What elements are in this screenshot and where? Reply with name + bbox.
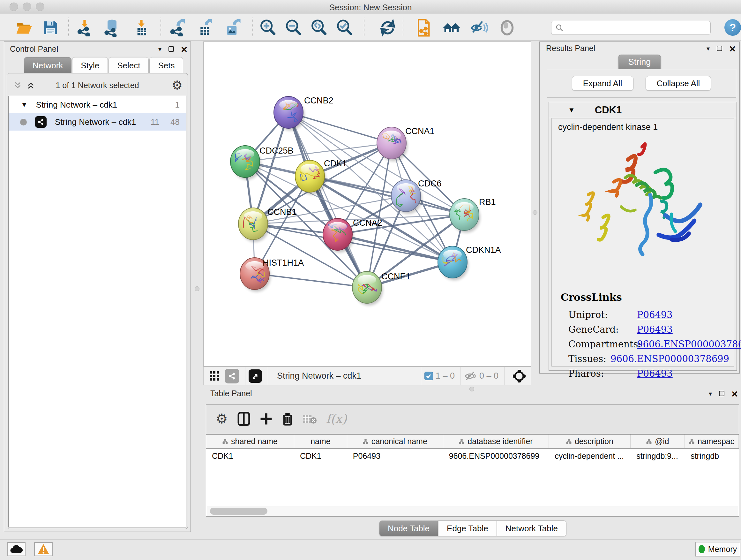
zoom-fit-button[interactable] <box>310 18 328 37</box>
collapse-triangle-icon[interactable]: ▼ <box>568 106 575 114</box>
crosslink-link[interactable]: P06493 <box>637 368 673 379</box>
show-columns-icon[interactable] <box>238 412 250 426</box>
node-gloss <box>236 149 254 159</box>
tab-edge-table[interactable]: Edge Table <box>438 520 497 537</box>
float-panel-icon[interactable] <box>719 391 724 396</box>
table-row[interactable]: CDK1CDK1P064939606.ENSP00000378699cyclin… <box>206 449 739 463</box>
column-header-database-identifier[interactable]: database identifier <box>443 435 549 448</box>
warning-status-button[interactable] <box>34 542 53 556</box>
export-network-button[interactable] <box>169 18 187 37</box>
network-row-selected[interactable]: String Network – cdk1 11 48 <box>9 113 186 131</box>
splitter-grip[interactable] <box>533 210 537 215</box>
column-header-namespac[interactable]: namespac <box>685 435 739 448</box>
column-header-canonical-name[interactable]: canonical name <box>347 435 443 448</box>
network-edge-CCNA2-CDKN1A[interactable] <box>338 234 453 262</box>
clear-table-icon[interactable] <box>302 413 317 425</box>
tab-select[interactable]: Select <box>109 57 149 74</box>
network-view-mode-button[interactable] <box>225 369 239 383</box>
network-canvas[interactable]: CCNB2CCNA1CDC25BCDK1CDC6RB1CCNB1CCNA2CDK… <box>204 42 531 366</box>
tab-network[interactable]: Network <box>24 57 71 74</box>
apply-layout-button[interactable] <box>379 18 397 37</box>
network-view[interactable]: CCNB2CCNA1CDC25BCDK1CDC6RB1CCNB1CCNA2CDK… <box>203 42 531 367</box>
column-header-description[interactable]: description <box>549 435 630 448</box>
import-network-file-button[interactable] <box>75 18 94 37</box>
import-network-database-button[interactable] <box>103 18 121 37</box>
expand-all-button[interactable]: Expand All <box>572 76 633 91</box>
function-builder-button[interactable]: f(x) <box>326 412 347 426</box>
grid-mode-button[interactable] <box>207 368 222 384</box>
network-node-CDKN1A[interactable] <box>438 246 468 280</box>
collapse-triangle-icon[interactable]: ▼ <box>21 101 28 109</box>
table-cell[interactable]: CDK1 <box>294 449 347 463</box>
network-node-CCNB2[interactable] <box>274 97 305 131</box>
network-node-CCNA1[interactable] <box>377 127 408 161</box>
crosslink-link[interactable]: 9606.ENSP00000378699 <box>637 339 741 350</box>
warning-icon <box>37 544 50 555</box>
help-button[interactable]: ? <box>724 19 741 36</box>
table-cell[interactable]: CDK1 <box>206 449 294 463</box>
network-node-CDC25B[interactable] <box>230 145 261 180</box>
panel-menu-icon[interactable]: ▾ <box>709 390 712 397</box>
table-cell[interactable]: 9606.ENSP00000378699 <box>443 449 549 463</box>
node-label-CDKN1A: CDKN1A <box>466 245 501 255</box>
selected-nodes-checkbox[interactable] <box>424 372 433 380</box>
delete-column-icon[interactable] <box>282 412 293 426</box>
column-header-shared-name[interactable]: shared name <box>206 435 294 448</box>
string-home-button[interactable] <box>442 18 461 37</box>
tab-style[interactable]: Style <box>72 57 108 74</box>
tab-string[interactable]: String <box>618 55 661 69</box>
crosslink-link[interactable]: 9606.ENSP00000378699 <box>610 354 729 364</box>
save-session-button[interactable] <box>42 18 60 37</box>
import-table-file-button[interactable] <box>132 18 151 37</box>
network-node-CDC6[interactable] <box>391 180 422 214</box>
search-input[interactable] <box>563 23 711 32</box>
gear-icon[interactable]: ⚙ <box>172 79 183 91</box>
create-column-icon[interactable] <box>260 413 273 425</box>
tab-network-table[interactable]: Network Table <box>497 520 566 537</box>
crosslink-link[interactable]: P06493 <box>637 309 673 320</box>
table-cell[interactable]: P06493 <box>347 449 443 463</box>
panel-menu-icon[interactable]: ▾ <box>158 45 161 53</box>
network-node-RB1[interactable] <box>450 199 480 233</box>
network-edge-HIST1H1A-CCNE1[interactable] <box>255 273 367 287</box>
birdseye-toggle-button[interactable] <box>512 369 526 383</box>
horizontal-scrollbar[interactable] <box>207 506 738 516</box>
panel-menu-icon[interactable]: ▾ <box>706 45 710 52</box>
close-panel-icon[interactable]: × <box>181 46 187 52</box>
network-node-CCNE1[interactable] <box>352 271 383 306</box>
string-import-button[interactable] <box>415 18 433 37</box>
scrollbar-thumb[interactable] <box>210 508 267 515</box>
export-table-button[interactable] <box>196 18 214 37</box>
memory-button[interactable]: Memory <box>695 542 740 557</box>
table-cell[interactable]: stringdb <box>685 449 739 463</box>
open-session-button[interactable] <box>15 18 33 37</box>
zoom-out-button[interactable] <box>284 18 302 37</box>
network-node-CDK1[interactable] <box>295 160 326 194</box>
export-image-button[interactable] <box>223 18 242 37</box>
table-cell[interactable]: cyclin-dependent ... <box>549 449 630 463</box>
collapse-all-button[interactable]: Collapse All <box>646 76 711 91</box>
table-cell[interactable]: stringdb:9... <box>630 449 685 463</box>
tab-node-table[interactable]: Node Table <box>379 520 438 537</box>
hidden-eye-icon[interactable] <box>464 371 477 381</box>
close-panel-icon[interactable]: × <box>731 390 738 397</box>
crosslink-link[interactable]: P06493 <box>637 324 673 335</box>
external-link-icon <box>252 372 259 380</box>
cloud-status-button[interactable] <box>7 542 25 556</box>
show-graphics-button[interactable] <box>498 18 516 37</box>
refresh-icon <box>379 19 396 37</box>
close-panel-icon[interactable]: × <box>729 45 736 52</box>
float-panel-icon[interactable] <box>717 46 722 51</box>
detach-view-button[interactable] <box>249 369 262 383</box>
table-settings-button[interactable]: ⚙ <box>216 413 228 425</box>
zoom-selected-button[interactable] <box>335 18 354 37</box>
zoom-in-button[interactable] <box>259 18 277 37</box>
column-header-name[interactable]: name <box>294 435 347 448</box>
entry-header[interactable]: ▼ CDK1 <box>549 102 737 118</box>
hide-selected-button[interactable] <box>470 18 488 37</box>
float-panel-icon[interactable] <box>169 46 174 52</box>
tab-sets[interactable]: Sets <box>149 57 183 74</box>
splitter-grip[interactable] <box>195 287 199 291</box>
network-collection-row[interactable]: ▼ String Network – cdk1 1 <box>9 96 186 113</box>
column-header--id[interactable]: @id <box>630 435 685 448</box>
